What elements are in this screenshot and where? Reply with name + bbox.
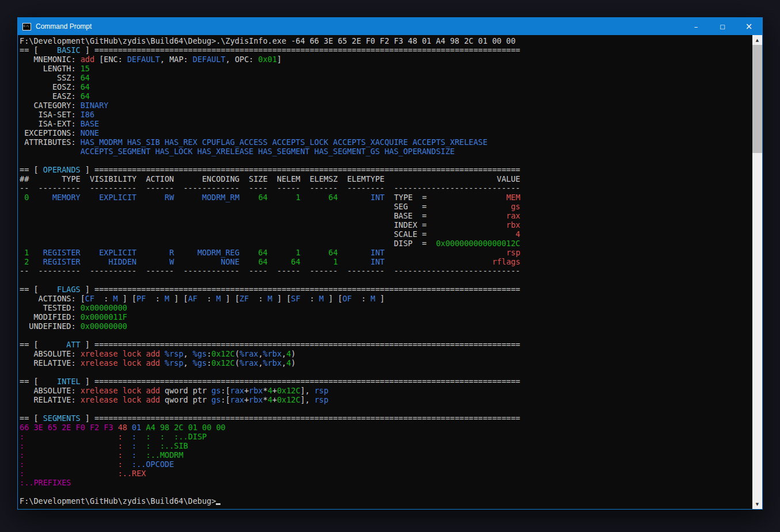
console-text-segment: :	[20, 450, 24, 460]
console-text-segment	[160, 358, 165, 368]
console-text-segment: ,	[258, 349, 263, 358]
console-line	[20, 487, 752, 496]
console-line: EASZ: 64	[20, 91, 752, 101]
console-text-segment: ]	[375, 294, 385, 303]
console-text-segment: ABSOLUTE:	[20, 349, 81, 358]
console-line	[20, 331, 752, 340]
console-line: == [ FLAGS ] ===========================…	[20, 285, 752, 294]
console-text-segment: DEFAULT	[127, 55, 160, 64]
console-text-segment: PF	[136, 294, 146, 303]
console-text-segment: rax	[230, 386, 244, 395]
console-text-segment: 0x0000011F	[81, 312, 127, 322]
console-text-segment: :..OPCODE	[132, 460, 174, 469]
close-icon: ×	[745, 21, 753, 32]
console-text-segment: MODIFIED:	[20, 312, 81, 322]
console-text-segment	[207, 211, 394, 220]
console-text-segment	[207, 220, 394, 229]
console-text-segment	[127, 423, 132, 432]
console-line: -- --------- ---------- ------ ---------…	[20, 183, 752, 193]
console-text-segment: 64	[81, 73, 90, 82]
console-text-segment: :	[20, 469, 24, 478]
console-text-segment: EASZ:	[20, 91, 81, 101]
console-text-segment: ] ======================================…	[81, 414, 520, 423]
console-text-segment: rsp	[506, 248, 520, 257]
console-text-segment: qword ptr	[160, 386, 211, 395]
console-text-segment: ] [	[272, 294, 291, 303]
console-text-segment	[136, 257, 169, 266]
console-line: == [ OPERANDS ] ========================…	[20, 165, 752, 174]
console-text-segment	[239, 248, 258, 257]
console-text-segment	[81, 257, 109, 266]
close-button[interactable]: ×	[736, 18, 762, 35]
titlebar[interactable]: C:\ Command Prompt – □ ×	[18, 18, 762, 35]
console-text-segment: 98	[160, 423, 169, 432]
console-text-segment: FLAGS	[43, 285, 81, 294]
console-text-segment: :[	[221, 386, 230, 395]
console-text-segment	[174, 193, 202, 202]
console-text-segment: , MAP:	[160, 55, 193, 64]
console-text-segment: :	[146, 441, 151, 450]
console-text-segment	[300, 248, 329, 257]
console-text-segment: 4	[268, 395, 272, 404]
scrollbar[interactable]: ▲ ▼	[752, 35, 762, 509]
console-text-segment: 64	[258, 248, 268, 257]
scroll-up-icon[interactable]: ▲	[752, 35, 762, 45]
console-line: MODIFIED: 0x0000011F	[20, 312, 752, 322]
console-line: F:\Development\GitHub\zydis\Build64\Debu…	[20, 36, 752, 45]
console-text-segment: 1	[296, 248, 300, 257]
console-line: ABSOLUTE: xrelease lock add %rsp, %gs:0x…	[20, 349, 752, 358]
console-text-segment	[20, 220, 207, 229]
console-text-segment: INT	[371, 248, 385, 257]
console-line: : : : : : :..DISP	[20, 432, 752, 441]
scroll-down-arrow: ▼	[756, 502, 759, 507]
console-text-segment: ACTIONS: [	[20, 294, 85, 303]
console-text-segment: 48	[118, 423, 127, 432]
console-line	[20, 404, 752, 414]
console-text-segment: 0x12C	[211, 358, 235, 368]
maximize-button[interactable]: □	[709, 18, 736, 35]
console-text-segment	[81, 193, 100, 202]
console-line: EOSZ: 64	[20, 82, 752, 91]
console-text-segment	[385, 257, 492, 266]
console-text-segment: MNEMONIC:	[20, 55, 81, 64]
console-line: ACTIONS: [CF : M ] [PF : M ] [AF : M ] […	[20, 294, 752, 303]
minimize-button[interactable]: –	[683, 18, 709, 35]
console-text-segment: 1	[333, 257, 338, 266]
console-text-segment: REGISTER	[43, 248, 81, 257]
console-line: -- --------- ---------- ------ ---------…	[20, 266, 752, 275]
console-text-segment: == [	[20, 340, 43, 349]
console-text-segment	[141, 358, 146, 368]
console-text-segment: rbx	[249, 395, 262, 404]
console-text-segment	[174, 248, 197, 257]
console-output[interactable]: F:\Development\GitHub\zydis\Build64\Debu…	[18, 35, 762, 509]
console-text-segment	[338, 257, 371, 266]
console-text-segment	[385, 248, 506, 257]
console-line: ISA-SET: I86	[20, 110, 752, 119]
console-text-segment: I86	[81, 110, 94, 119]
console-text-segment: :	[94, 294, 113, 303]
command-prompt-window: C:\ Command Prompt – □ × F:\Development\…	[17, 17, 763, 510]
console-text-segment: ,	[184, 358, 193, 368]
console-lines: F:\Development\GitHub\zydis\Build64\Debu…	[20, 36, 752, 509]
console-text-segment: ,	[258, 358, 263, 368]
console-text-segment: EXCEPTIONS:	[20, 128, 81, 137]
console-text-segment: lock	[123, 358, 142, 368]
console-text-segment: 0x00000000	[81, 303, 127, 312]
console-text-segment: BASE =	[394, 211, 506, 220]
console-text-segment	[29, 248, 43, 257]
console-text-segment: == [	[20, 414, 43, 423]
desktop-background: { "colors": { "w": "#CCCCCC", "r": "#DC5…	[0, 0, 780, 532]
console-text-segment	[24, 441, 118, 450]
console-text-segment	[141, 423, 146, 432]
console-line: EXCEPTIONS: NONE	[20, 128, 752, 137]
cmd-icon-label: C:\	[24, 24, 29, 28]
console-text-segment: CF	[85, 294, 94, 303]
scrollbar-thumb[interactable]	[752, 45, 762, 153]
console-text-segment	[160, 349, 165, 358]
console-text-segment	[113, 423, 118, 432]
scroll-down-icon[interactable]: ▼	[752, 499, 762, 509]
console-text-segment: %gs	[193, 358, 207, 368]
console-text-segment: ],	[300, 395, 314, 404]
console-text-segment: SEGMENTS	[43, 414, 81, 423]
console-text-segment: add	[146, 358, 160, 368]
